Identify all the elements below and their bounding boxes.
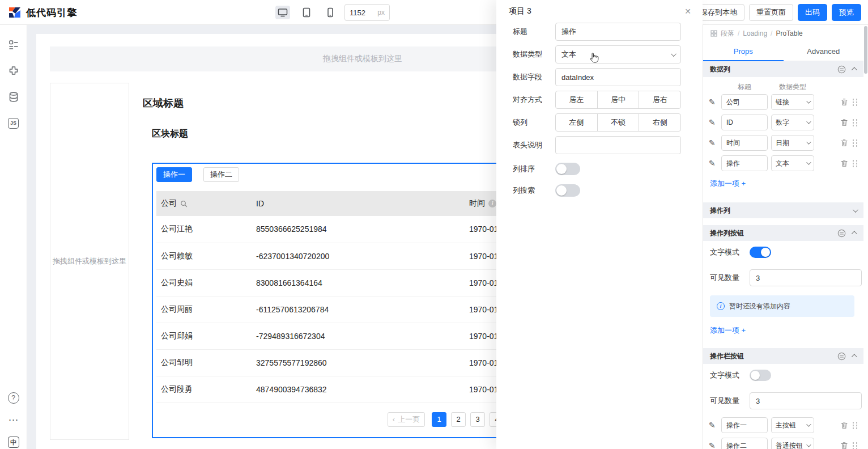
drag-handle-icon[interactable] (852, 159, 858, 167)
display-toggle-icon[interactable] (837, 229, 846, 238)
prev-page-button[interactable]: ‹ 上一页 (388, 412, 425, 427)
edit-icon[interactable]: ✎ (709, 441, 718, 449)
item-type-select[interactable]: 链接 (771, 94, 814, 110)
source-code-button[interactable]: JS (0, 110, 27, 136)
delete-icon[interactable] (840, 421, 848, 429)
edit-icon[interactable]: ✎ (709, 421, 718, 430)
device-mobile-button[interactable] (323, 6, 338, 19)
headerdesc-input[interactable] (561, 141, 675, 150)
plugin-button[interactable] (0, 58, 27, 84)
codegen-button[interactable]: 出码 (798, 4, 827, 21)
drag-handle-icon[interactable] (852, 98, 858, 106)
column-header-id[interactable]: ID (252, 191, 465, 216)
section-header-action-column-buttons[interactable]: 操作列按钮 (703, 225, 863, 241)
canvas-width-input[interactable] (350, 9, 373, 17)
collapse-icon[interactable] (852, 231, 857, 236)
text-mode-toggle[interactable] (750, 370, 771, 381)
info-icon[interactable]: i (488, 200, 496, 207)
tab-advanced[interactable]: Advanced (784, 42, 864, 61)
item-title-input[interactable] (721, 115, 768, 130)
segment-option[interactable]: 不锁 (597, 114, 639, 131)
action-one-button[interactable]: 操作一 (156, 167, 192, 182)
drag-handle-icon[interactable] (852, 421, 858, 429)
edit-icon[interactable]: ✎ (709, 138, 718, 147)
datasource-button[interactable] (0, 84, 27, 110)
outline-tree-button[interactable] (0, 32, 27, 58)
company-link[interactable]: 公司赖敏 (156, 243, 252, 269)
help-icon[interactable]: ? (8, 392, 19, 404)
side-dropzone[interactable]: 拖拽组件或模板到这里 (50, 83, 129, 440)
page-button[interactable]: 1 (432, 412, 446, 427)
col-sort-toggle[interactable] (555, 163, 580, 175)
reset-page-button[interactable]: 重置页面 (749, 4, 793, 21)
page-scrollbar[interactable] (863, 25, 868, 449)
segment-option[interactable]: 右侧 (639, 114, 680, 131)
edit-icon[interactable]: ✎ (709, 118, 718, 127)
display-toggle-icon[interactable] (837, 65, 846, 74)
datatype-select[interactable]: 文本 (555, 45, 681, 63)
item-title-input[interactable] (721, 94, 768, 110)
segment-option[interactable]: 居左 (556, 91, 597, 108)
section-header-data-columns[interactable]: 数据列 (703, 61, 863, 77)
preview-button[interactable]: 预览 (832, 4, 861, 21)
field-colsort-label: 列排序 (513, 164, 555, 174)
text-mode-toggle[interactable] (750, 247, 771, 258)
collapse-icon[interactable] (852, 354, 857, 359)
delete-icon[interactable] (840, 159, 848, 167)
add-data-column-link[interactable]: 添加一项 + (703, 173, 863, 194)
title-input[interactable] (561, 28, 675, 36)
delete-icon[interactable] (840, 98, 848, 106)
company-link[interactable]: 公司邹明 (156, 349, 252, 376)
page-button[interactable]: 2 (451, 412, 466, 427)
search-icon[interactable] (180, 200, 188, 207)
section-header-action-column[interactable]: 操作列 (703, 202, 863, 218)
page-button[interactable]: 3 (470, 412, 485, 427)
item-type-select[interactable]: 数字 (771, 115, 814, 130)
device-tablet-button[interactable] (299, 6, 314, 19)
action-two-button[interactable]: 操作二 (203, 167, 239, 182)
drag-handle-icon[interactable] (852, 118, 858, 126)
edit-icon[interactable]: ✎ (709, 98, 718, 107)
col-search-toggle[interactable] (555, 184, 580, 197)
add-action-column-button-link[interactable]: 添加一项 + (703, 320, 863, 341)
edit-icon[interactable]: ✎ (709, 159, 718, 168)
company-link[interactable]: 公司段勇 (156, 376, 252, 403)
close-icon[interactable]: ✕ (684, 7, 691, 16)
datafield-input[interactable] (561, 73, 675, 82)
segment-option[interactable]: 左侧 (556, 114, 597, 131)
collapse-icon[interactable] (852, 67, 857, 73)
item-type-select[interactable]: 日期 (771, 135, 814, 151)
segment-option[interactable]: 居右 (639, 91, 680, 108)
more-icon[interactable]: ⋯ (8, 416, 19, 424)
item-title-input[interactable] (721, 135, 768, 151)
breadcrumb-item[interactable]: ProTable (776, 29, 802, 37)
language-switch-icon[interactable]: 中 (8, 437, 19, 448)
item-title-input[interactable] (721, 438, 768, 449)
delete-icon[interactable] (840, 118, 848, 126)
expand-icon[interactable] (853, 207, 858, 213)
item-type-select[interactable]: 主按钮 (771, 417, 814, 433)
item-type-select[interactable]: 普通按钮 (771, 438, 814, 449)
delete-icon[interactable] (840, 442, 848, 449)
company-link[interactable]: 公司邱娟 (156, 323, 252, 349)
display-toggle-icon[interactable] (837, 352, 846, 361)
breadcrumb-item[interactable]: Loading (743, 29, 767, 37)
scrollbar-thumb[interactable] (864, 26, 867, 74)
delete-icon[interactable] (840, 139, 848, 147)
item-title-input[interactable] (721, 155, 768, 171)
breadcrumb-item[interactable]: 段落 (721, 29, 734, 39)
company-link[interactable]: 公司江艳 (156, 216, 252, 243)
section-header-action-bar-buttons[interactable]: 操作栏按钮 (703, 348, 863, 364)
drag-handle-icon[interactable] (852, 442, 858, 449)
company-link[interactable]: 公司周丽 (156, 296, 252, 323)
device-desktop-button[interactable] (275, 6, 290, 19)
segment-option[interactable]: 居中 (597, 91, 639, 108)
drag-handle-icon[interactable] (852, 139, 858, 147)
item-title-input[interactable] (721, 417, 768, 433)
visible-count-input[interactable] (750, 392, 862, 409)
item-type-select[interactable]: 文本 (771, 155, 814, 171)
company-link[interactable]: 公司史娟 (156, 269, 252, 296)
column-header-company[interactable]: 公司 (156, 191, 252, 216)
tab-props[interactable]: Props (703, 42, 784, 61)
visible-count-input[interactable] (750, 269, 862, 286)
